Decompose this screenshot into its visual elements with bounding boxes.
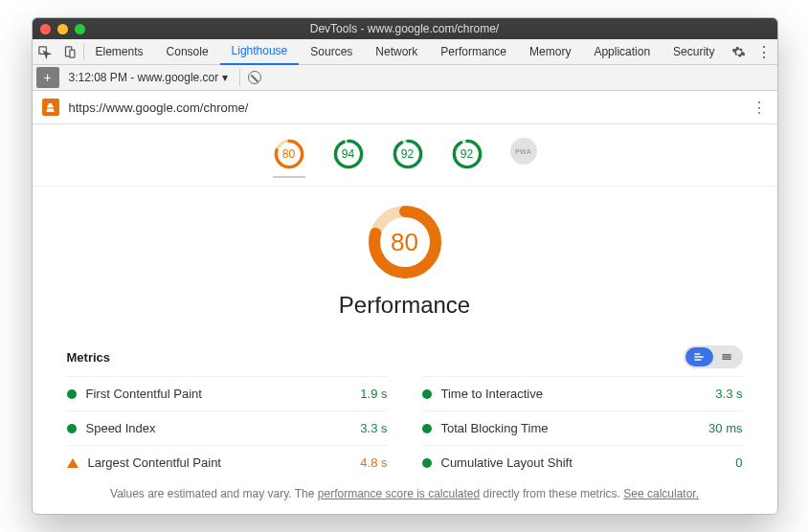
gauge-performance[interactable]: 80 (273, 138, 305, 178)
metric-value: 30 ms (708, 421, 742, 435)
metric-row: Total Blocking Time30 ms (422, 410, 743, 445)
tested-url: https://www.google.com/chrome/ (69, 100, 752, 115)
report-dropdown[interactable]: 3:12:08 PM - www.google.cor ▾ (65, 71, 233, 84)
performance-gauge-large: 80 (367, 204, 443, 280)
devtools-window: DevTools - www.google.com/chrome/ Elemen… (32, 17, 778, 515)
metrics-footnote: Values are estimated and may vary. The p… (67, 487, 743, 500)
tab-memory[interactable]: Memory (518, 39, 582, 65)
footnote-link-calculation[interactable]: performance score is calculated (318, 487, 480, 500)
gauge-pwa[interactable]: PWA (510, 138, 537, 178)
chevron-down-icon: ▾ (222, 71, 228, 84)
gauge-best-practices[interactable]: 92 (392, 138, 424, 178)
lighthouse-icon (42, 99, 59, 116)
gauge-accessibility[interactable]: 94 (332, 138, 365, 178)
metric-label: Largest Contentful Paint (88, 455, 221, 470)
metric-label: Time to Interactive (441, 387, 543, 401)
performance-score-value: 80 (367, 204, 443, 280)
tab-security[interactable]: Security (662, 39, 726, 65)
category-gauges: 80949292PWA (33, 124, 777, 187)
panel-tabs: ElementsConsoleLighthouseSourcesNetworkP… (33, 39, 777, 65)
metric-label: First Contentful Paint (86, 387, 202, 401)
divider (239, 69, 240, 86)
report-menu-icon[interactable]: ⋮ (752, 99, 768, 117)
device-toolbar-icon[interactable] (57, 39, 83, 65)
tab-performance[interactable]: Performance (429, 39, 518, 65)
metric-row: Time to Interactive3.3 s (422, 376, 743, 410)
report-dropdown-label: 3:12:08 PM - www.google.cor (69, 71, 219, 84)
clear-icon[interactable] (248, 71, 261, 84)
pass-icon (67, 389, 77, 399)
metric-label: Total Blocking Time (441, 421, 549, 435)
url-bar: https://www.google.com/chrome/ ⋮ (33, 91, 777, 123)
toggle-compact-icon[interactable] (713, 347, 741, 366)
pass-icon (422, 389, 432, 399)
pass-icon (422, 458, 432, 468)
tab-lighthouse[interactable]: Lighthouse (220, 39, 300, 65)
tab-network[interactable]: Network (364, 39, 429, 65)
lighthouse-subbar: + 3:12:08 PM - www.google.cor ▾ (33, 65, 777, 91)
metric-value: 4.8 s (360, 455, 387, 470)
pass-icon (67, 424, 77, 433)
inspect-icon[interactable] (33, 39, 58, 65)
category-title: Performance (339, 292, 470, 319)
gauge-seo[interactable]: 92 (451, 138, 483, 178)
metric-label: Cumulative Layout Shift (441, 455, 573, 470)
toggle-expanded-icon[interactable] (685, 347, 713, 366)
tab-console[interactable]: Console (155, 39, 220, 65)
metrics-heading: Metrics (67, 350, 111, 365)
metric-row: Cumulative Layout Shift0 (422, 445, 743, 479)
svg-rect-2 (70, 50, 75, 57)
window-title: DevTools - www.google.com/chrome/ (33, 22, 777, 35)
tab-sources[interactable]: Sources (299, 39, 364, 65)
main-score-area: 80 Performance (33, 187, 777, 336)
tab-application[interactable]: Application (582, 39, 662, 65)
titlebar: DevTools - www.google.com/chrome/ (33, 18, 777, 39)
metric-value: 0 (735, 455, 742, 470)
metric-label: Speed Index (86, 421, 156, 435)
metric-row: Largest Contentful Paint4.8 s (67, 445, 388, 479)
metric-value: 1.9 s (360, 387, 387, 401)
metrics-view-toggle[interactable] (684, 345, 743, 368)
metric-row: Speed Index3.3 s (67, 410, 388, 445)
warning-icon (67, 458, 79, 468)
metrics-section: Metrics First Contentful Paint1.9 sSpeed… (33, 345, 777, 514)
metric-row: First Contentful Paint1.9 s (67, 376, 388, 410)
settings-icon[interactable] (726, 39, 752, 65)
new-report-button[interactable]: + (36, 67, 59, 88)
metric-value: 3.3 s (360, 421, 387, 435)
metric-value: 3.3 s (715, 387, 742, 401)
tab-elements[interactable]: Elements (84, 39, 155, 65)
more-icon[interactable]: ⋮ (752, 39, 777, 65)
footnote-link-calculator[interactable]: See calculator. (623, 487, 699, 500)
pass-icon (422, 424, 432, 433)
